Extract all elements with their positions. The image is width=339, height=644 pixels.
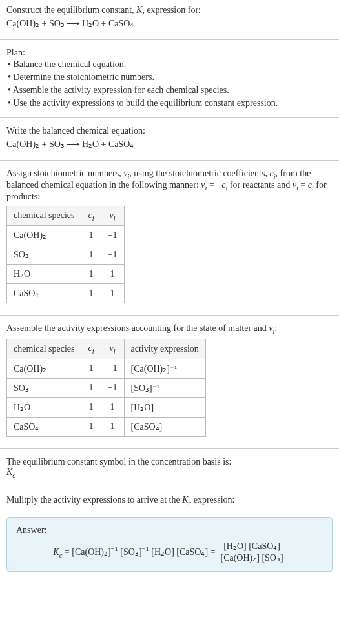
divider xyxy=(0,315,339,316)
assign-section: Assign stoichiometric numbers, νi, using… xyxy=(0,163,339,312)
divider xyxy=(0,160,339,161)
activity-section: Assemble the activity expressions accoun… xyxy=(0,318,339,446)
cell-c: 1 xyxy=(81,226,101,245)
divider xyxy=(0,487,339,487)
table-row: H₂O 1 1 [H₂O] xyxy=(7,397,206,417)
cell-species: H₂O xyxy=(7,397,81,417)
header-section: Construct the equilibrium constant, K, e… xyxy=(0,0,339,37)
construct-line: Construct the equilibrium constant, K, e… xyxy=(6,5,333,15)
construct-text: Construct the equilibrium constant, K, e… xyxy=(6,5,201,15)
divider xyxy=(0,39,339,40)
table-row: Ca(OH)₂ 1 −1 xyxy=(7,226,125,245)
divider xyxy=(0,117,339,118)
plan-title: Plan: xyxy=(6,48,333,58)
cell-v: −1 xyxy=(101,245,124,265)
cell-v: 1 xyxy=(101,265,124,284)
activity-text: Assemble the activity expressions accoun… xyxy=(6,323,333,335)
table-row: Ca(OH)₂ 1 −1 [Ca(OH)₂]⁻¹ xyxy=(7,359,206,378)
cell-v: 1 xyxy=(101,417,124,436)
cell-species: Ca(OH)₂ xyxy=(7,226,81,245)
balanced-title: Write the balanced chemical equation: xyxy=(6,126,333,136)
table-row: H₂O 1 1 xyxy=(7,265,125,284)
cell-c: 1 xyxy=(81,245,101,265)
symbol-text: The equilibrium constant symbol in the c… xyxy=(6,457,333,467)
activity-table: chemical species ci νi activity expressi… xyxy=(6,339,206,437)
assign-text: Assign stoichiometric numbers, νi, using… xyxy=(6,168,333,202)
cell-v: 1 xyxy=(101,284,124,303)
col-ci: ci xyxy=(81,206,101,226)
divider xyxy=(0,448,339,449)
col-species: chemical species xyxy=(7,206,81,226)
plan-item: • Assemble the activity expression for e… xyxy=(8,84,333,97)
cell-expr: [H₂O] xyxy=(124,397,205,417)
balanced-section: Write the balanced chemical equation: Ca… xyxy=(0,121,339,157)
cell-species: H₂O xyxy=(7,265,81,284)
cell-c: 1 xyxy=(81,284,101,303)
col-vi: νi xyxy=(101,339,124,359)
answer-label: Answer: xyxy=(16,525,323,536)
table-row: CaSO₄ 1 1 [CaSO₄] xyxy=(7,417,206,436)
cell-v: −1 xyxy=(101,359,124,378)
cell-c: 1 xyxy=(81,417,101,436)
cell-species: Ca(OH)₂ xyxy=(7,359,81,378)
fraction-denominator: [Ca(OH)₂] [SO₃] xyxy=(218,552,285,563)
cell-expr: [CaSO₄] xyxy=(124,417,205,436)
cell-v: 1 xyxy=(101,397,124,417)
cell-species: SO₃ xyxy=(7,378,81,397)
cell-expr: [SO₃]⁻¹ xyxy=(124,378,205,397)
cell-species: CaSO₄ xyxy=(7,284,81,303)
balanced-equation: Ca(OH)₂ + SO₃ ⟶ H₂O + CaSO₄ xyxy=(6,136,333,152)
multiply-section: Mulitply the activity expressions to arr… xyxy=(0,490,339,512)
plan-section: Plan: • Balance the chemical equation. •… xyxy=(0,43,339,115)
kc-lhs: Kc = [Ca(OH)₂]−1 [SO₃]−1 [H₂O] [CaSO₄] = xyxy=(53,545,215,558)
cell-c: 1 xyxy=(81,359,101,378)
table-row: SO₃ 1 −1 xyxy=(7,245,125,265)
table-row: CaSO₄ 1 1 xyxy=(7,284,125,303)
plan-item: • Balance the chemical equation. xyxy=(8,58,333,71)
kc-expression: Kc = [Ca(OH)₂]−1 [SO₃]−1 [H₂O] [CaSO₄] =… xyxy=(16,536,323,563)
header-equation: Ca(OH)₂ + SO₃ ⟶ H₂O + CaSO₄ xyxy=(6,15,333,32)
cell-species: CaSO₄ xyxy=(7,417,81,436)
table-header-row: chemical species ci νi activity expressi… xyxy=(7,339,206,359)
cell-species: SO₃ xyxy=(7,245,81,265)
cell-expr: [Ca(OH)₂]⁻¹ xyxy=(124,359,205,378)
table-row: SO₃ 1 −1 [SO₃]⁻¹ xyxy=(7,378,206,397)
plan-item: • Determine the stoichiometric numbers. xyxy=(8,71,333,84)
cell-c: 1 xyxy=(81,397,101,417)
col-species: chemical species xyxy=(7,339,81,359)
kc-fraction: [H₂O] [CaSO₄] [Ca(OH)₂] [SO₃] xyxy=(218,541,285,563)
table-header-row: chemical species ci νi xyxy=(7,206,125,226)
col-activity: activity expression xyxy=(124,339,205,359)
col-vi: νi xyxy=(101,206,124,226)
cell-v: −1 xyxy=(101,226,124,245)
multiply-text: Mulitply the activity expressions to arr… xyxy=(6,495,333,507)
col-ci: ci xyxy=(81,339,101,359)
cell-c: 1 xyxy=(81,265,101,284)
symbol-section: The equilibrium constant symbol in the c… xyxy=(0,452,339,484)
stoichiometric-table: chemical species ci νi Ca(OH)₂ 1 −1 SO₃ … xyxy=(6,206,125,304)
fraction-numerator: [H₂O] [CaSO₄] xyxy=(218,541,285,552)
cell-c: 1 xyxy=(81,378,101,397)
plan-list: • Balance the chemical equation. • Deter… xyxy=(6,58,333,110)
cell-v: −1 xyxy=(101,378,124,397)
answer-box: Answer: Kc = [Ca(OH)₂]−1 [SO₃]−1 [H₂O] [… xyxy=(6,517,333,572)
kc-symbol: Kc xyxy=(6,467,333,479)
plan-item: • Use the activity expressions to build … xyxy=(8,97,333,110)
